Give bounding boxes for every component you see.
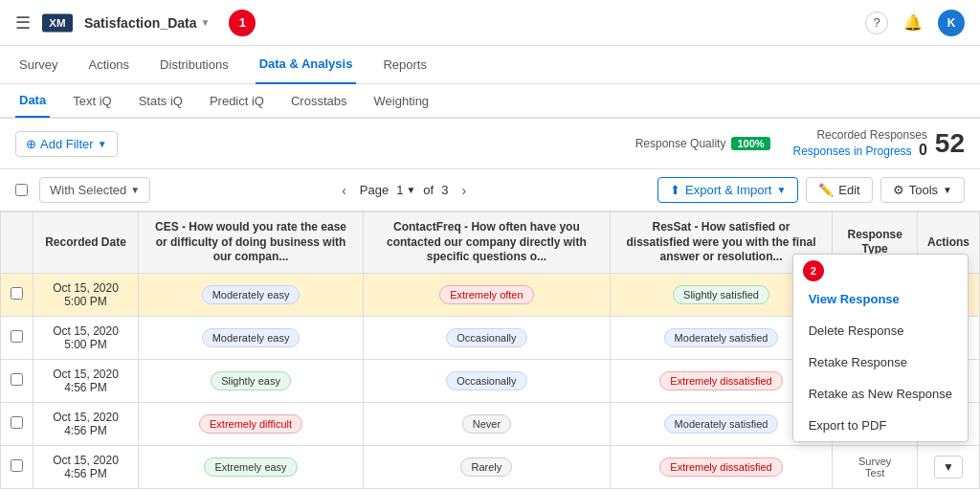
chevron-down-icon: ▼ xyxy=(776,185,786,195)
col-checkbox xyxy=(1,212,33,274)
current-page: 1 ▼ xyxy=(396,183,415,197)
recorded-label: Recorded Responses xyxy=(793,128,927,142)
top-bar: ☰ XM Satisfaction_Data ▼ 1 ? 🔔 K xyxy=(0,0,980,46)
ces-cell: Moderately easy xyxy=(139,273,364,316)
step-badge-1: 1 xyxy=(229,10,256,36)
ces-cell: Moderately easy xyxy=(139,316,364,359)
sub-nav-text-iq[interactable]: Text iQ xyxy=(69,83,115,118)
contact-cell: Never xyxy=(364,402,611,445)
menu-item-export-pdf[interactable]: Export to PDF xyxy=(793,410,968,441)
pagination: ‹ Page 1 ▼ of 3 › xyxy=(336,181,472,200)
data-table-container: Recorded Date CES - How would you rate t… xyxy=(0,212,980,489)
recorded-date-cell: Oct 15, 20205:00 PM xyxy=(33,316,139,359)
survey-nav: Survey Actions Distributions Data & Anal… xyxy=(0,46,980,84)
nav-item-distributions[interactable]: Distributions xyxy=(156,46,233,84)
select-all-checkbox[interactable] xyxy=(15,184,28,196)
sub-nav-predict-iq[interactable]: Predict iQ xyxy=(206,83,268,118)
ces-cell: Extremely easy xyxy=(139,445,364,488)
svg-text:XM: XM xyxy=(49,17,65,29)
prev-page-button[interactable]: ‹ xyxy=(336,181,352,200)
menu-item-view-response[interactable]: View Response xyxy=(793,283,968,315)
bell-icon[interactable]: 🔔 xyxy=(903,13,923,32)
tools-icon: ⚙ xyxy=(893,183,904,197)
actions-bar: With Selected ▼ ‹ Page 1 ▼ of 3 › ⬆ Expo… xyxy=(0,169,980,212)
sub-nav-stats-iq[interactable]: Stats iQ xyxy=(135,83,187,118)
type-cell: SurveyTest xyxy=(833,445,918,488)
step-badge-2: 2 xyxy=(803,260,824,281)
nav-item-reports[interactable]: Reports xyxy=(379,46,431,84)
col-contactfreq: ContactFreq - How often have you contact… xyxy=(364,212,611,274)
sub-nav: Data Text iQ Stats iQ Predict iQ Crossta… xyxy=(0,84,980,119)
table-row: Oct 15, 20204:56 PM Extremely easy Rarel… xyxy=(1,445,980,488)
chevron-down-icon: ▼ xyxy=(200,17,210,28)
contact-cell: Rarely xyxy=(364,445,611,488)
response-quality: Response Quality 100% xyxy=(635,137,770,150)
help-icon[interactable]: ? xyxy=(865,11,888,34)
xm-logo: XM xyxy=(42,13,73,33)
with-selected-button[interactable]: With Selected ▼ xyxy=(39,177,150,203)
export-import-button[interactable]: ⬆ Export & Import ▼ xyxy=(657,177,798,203)
responses-in-progress-link[interactable]: Responses in Progress 0 xyxy=(793,142,927,159)
page-chevron[interactable]: ▼ xyxy=(406,185,415,195)
menu-item-delete-response[interactable]: Delete Response xyxy=(793,315,968,346)
ces-cell: Slightly easy xyxy=(139,359,364,402)
ressat-cell: Extremely dissatisfied xyxy=(610,445,833,488)
nav-item-actions[interactable]: Actions xyxy=(84,46,133,84)
row-checkbox[interactable] xyxy=(1,316,33,359)
row-checkbox[interactable] xyxy=(1,359,33,402)
sub-nav-data[interactable]: Data xyxy=(15,83,50,118)
nav-item-data-analysis[interactable]: Data & Analysis xyxy=(256,46,357,84)
contact-cell: Occasionally xyxy=(364,359,611,402)
chevron-down-icon: ▼ xyxy=(130,185,140,195)
col-ces: CES - How would you rate the ease or dif… xyxy=(139,212,364,274)
top-right-icons: ? 🔔 K xyxy=(865,10,965,36)
ces-cell: Extremely difficult xyxy=(139,402,364,445)
recorded-responses: Recorded Responses Responses in Progress… xyxy=(793,128,965,159)
chevron-down-icon: ▼ xyxy=(943,185,952,195)
hamburger-icon[interactable]: ☰ xyxy=(15,12,31,33)
recorded-date-cell: Oct 15, 20204:56 PM xyxy=(33,402,139,445)
row-checkbox[interactable] xyxy=(1,445,33,488)
recorded-date-cell: Oct 15, 20204:56 PM xyxy=(33,445,139,488)
edit-button[interactable]: ✏️ Edit xyxy=(806,177,872,203)
avatar[interactable]: K xyxy=(938,10,965,36)
in-progress-count: 0 xyxy=(919,142,927,158)
sub-nav-crosstabs[interactable]: Crosstabs xyxy=(287,83,351,118)
export-icon: ⬆ xyxy=(670,183,680,197)
recorded-count: 52 xyxy=(935,128,965,159)
contact-cell: Occasionally xyxy=(364,316,611,359)
tools-button[interactable]: ⚙ Tools ▼ xyxy=(880,177,965,203)
next-page-button[interactable]: › xyxy=(456,181,472,200)
menu-item-retake-new-response[interactable]: Retake as New Response xyxy=(793,378,968,410)
recorded-date-cell: Oct 15, 20205:00 PM xyxy=(33,273,139,316)
contact-cell: Extremely often xyxy=(364,273,611,316)
menu-item-retake-response[interactable]: Retake Response xyxy=(793,346,968,378)
context-dropdown-menu: 2 View Response Delete Response Retake R… xyxy=(792,254,969,442)
actions-cell[interactable]: ▼ xyxy=(917,445,979,488)
row-checkbox[interactable] xyxy=(1,402,33,445)
row-checkbox[interactable] xyxy=(1,273,33,316)
chevron-down-icon: ▼ xyxy=(98,139,107,149)
sub-nav-weighting[interactable]: Weighting xyxy=(370,83,434,118)
action-dropdown-button[interactable]: ▼ xyxy=(934,456,963,479)
col-recorded-date: Recorded Date xyxy=(33,212,139,274)
toolbar: ⊕ Add Filter ▼ Response Quality 100% Rec… xyxy=(0,119,980,169)
dataset-name[interactable]: Satisfaction_Data ▼ xyxy=(84,15,210,31)
recorded-date-cell: Oct 15, 20204:56 PM xyxy=(33,359,139,402)
filter-icon: ⊕ xyxy=(26,137,36,151)
add-filter-button[interactable]: ⊕ Add Filter ▼ xyxy=(15,131,118,157)
edit-icon: ✏️ xyxy=(818,183,834,197)
nav-item-survey[interactable]: Survey xyxy=(15,46,61,84)
quality-badge: 100% xyxy=(731,137,769,150)
